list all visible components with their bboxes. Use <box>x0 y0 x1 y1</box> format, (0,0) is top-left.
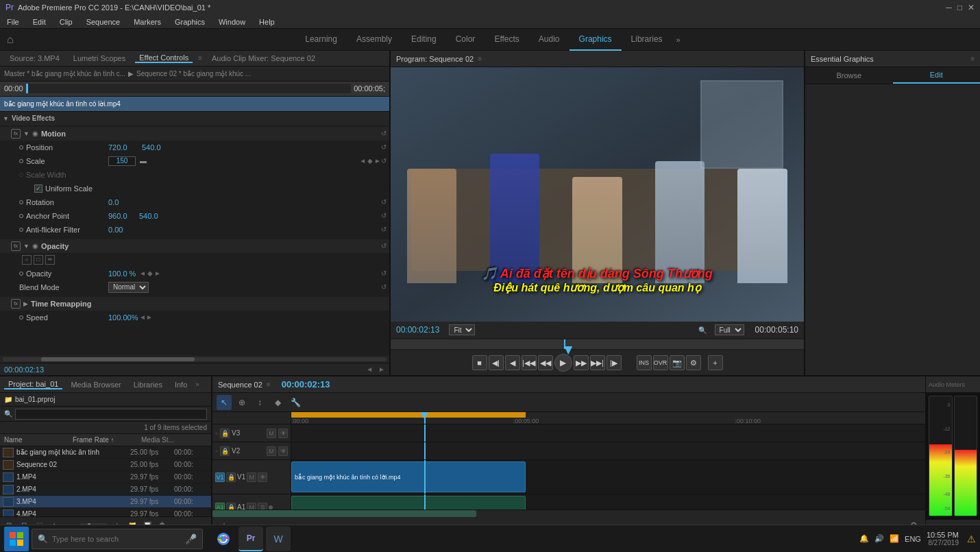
taskbar-search-input[interactable] <box>52 535 181 543</box>
pm-menu-icon[interactable]: ≡ <box>478 55 482 62</box>
tab-learning[interactable]: Learning <box>295 29 347 51</box>
opacity-reset[interactable]: ↺ <box>381 269 387 277</box>
anti-flicker-reset[interactable]: ↺ <box>381 226 387 233</box>
eg-browse-tab[interactable]: Browse <box>805 67 893 84</box>
anchor-y[interactable]: 540.0 <box>139 212 170 220</box>
track-v2-lock[interactable]: 🔒 <box>220 446 230 456</box>
list-item[interactable]: Sequence 02 25.00 fps 00:00: <box>0 459 211 471</box>
pp-search-input[interactable] <box>15 409 207 420</box>
tab-audio[interactable]: Audio <box>529 29 569 51</box>
ec-panel-menu-icon[interactable]: ≡ <box>198 54 202 62</box>
tab-graphics[interactable]: Graphics <box>569 29 622 51</box>
pm-frame-back-btn[interactable]: ◀◀ <box>538 355 553 370</box>
pm-go-start-btn[interactable]: |◀◀ <box>522 355 537 370</box>
anchor-keyframe-icon[interactable] <box>19 214 23 218</box>
pm-step-back-btn[interactable]: ◀ <box>505 355 520 370</box>
pm-current-timecode[interactable]: 00:00:02:13 <box>396 325 439 335</box>
opacity-kf-add[interactable]: ◆ <box>147 269 153 277</box>
speed-kf-prev[interactable]: ◄ <box>139 313 146 321</box>
position-x[interactable]: 720.0 <box>108 143 139 152</box>
maximize-button[interactable]: □ <box>957 3 962 12</box>
pm-play-btn[interactable]: ▶ <box>554 354 572 372</box>
pp-col-name[interactable]: Name <box>4 436 70 444</box>
opacity-collapse[interactable]: ▼ <box>23 243 29 250</box>
track-a1-read[interactable] <box>269 505 273 509</box>
scale-keyframe-next[interactable]: ► <box>374 157 381 165</box>
pm-settings-btn[interactable]: ⚙ <box>686 355 701 370</box>
track-v3-area[interactable] <box>291 424 925 442</box>
opacity-percent[interactable]: 100.0 % <box>108 269 139 278</box>
list-item[interactable]: 4.MP4 29.97 fps 00:00: <box>0 508 211 516</box>
pm-export-frame-btn[interactable]: 📷 <box>670 355 685 370</box>
track-v1-lock2[interactable]: 🔒 <box>226 472 236 482</box>
pm-go-in-btn[interactable]: ◀| <box>489 355 504 370</box>
ec-timeline-bar[interactable] <box>26 84 352 93</box>
blend-mode-select[interactable]: Normal <box>108 282 149 293</box>
motion-collapse[interactable]: ▼ <box>23 130 29 137</box>
pm-add-btn[interactable]: + <box>708 355 723 370</box>
opacity-keyframe-icon[interactable] <box>19 272 23 276</box>
list-item[interactable]: 2.MP4 29.97 fps 00:00: <box>0 483 211 496</box>
more-tabs-icon[interactable]: » <box>672 36 685 44</box>
track-a1-lock[interactable]: 🔒 <box>226 503 236 510</box>
anchor-x[interactable]: 960.0 <box>108 212 139 220</box>
pm-insert-btn[interactable]: INS <box>637 355 652 370</box>
taskbar-language[interactable]: ENG <box>905 535 921 543</box>
lumetri-scopes-tab[interactable]: Lumetri Scopes <box>69 54 130 62</box>
pp-media-browser-tab[interactable]: Media Browser <box>66 381 125 389</box>
track-v1-area[interactable]: bắc giang một khúc ân tính có lời.mp4 <box>291 460 925 494</box>
audio-clip-mixer-tab[interactable]: Audio Clip Mixer: Sequence 02 <box>208 54 319 62</box>
motion-eye-icon[interactable]: ◉ <box>32 130 38 137</box>
tab-effects[interactable]: Effects <box>485 29 528 51</box>
pm-stop-btn[interactable]: ■ <box>472 355 487 370</box>
opacity-header[interactable]: fx ▼ ◉ Opacity ↺ <box>0 239 389 253</box>
track-v3-eye[interactable]: 👁 <box>278 429 288 438</box>
opacity-eye-icon[interactable]: ◉ <box>32 242 38 250</box>
ec-scroll-right[interactable]: ► <box>378 365 385 373</box>
ec-scroll-track[interactable] <box>3 357 387 361</box>
opacity-circle-icon[interactable]: ○ <box>22 255 32 265</box>
track-v2-mute[interactable]: M <box>267 446 276 456</box>
home-icon[interactable]: ⌂ <box>7 34 14 46</box>
motion-reset[interactable]: ↺ <box>381 130 387 137</box>
fx-motion-icon[interactable]: fx <box>11 129 21 139</box>
track-a1-solo[interactable]: S <box>258 503 267 510</box>
pm-frame-fwd-btn[interactable]: ▶▶ <box>574 355 589 370</box>
time-remapping-header[interactable]: fx ▶ Time Remapping <box>0 297 389 311</box>
anchor-reset[interactable]: ↺ <box>381 212 387 219</box>
pm-go-end-btn[interactable]: ▶▶| <box>590 355 605 370</box>
pp-folder-icon[interactable]: 📁 <box>4 396 12 403</box>
seq-tool-wrench[interactable]: 🔧 <box>288 395 303 410</box>
menu-window[interactable]: Window <box>216 18 248 26</box>
menu-markers[interactable]: Markers <box>131 18 164 26</box>
ec-scroll-thumb[interactable] <box>41 357 195 361</box>
ec-master-label[interactable]: Master * bắc giang một khúc ân tình c... <box>4 70 125 77</box>
track-v3-lock[interactable]: 🔒 <box>220 429 230 438</box>
pp-project-tab[interactable]: Project: bai_01 <box>4 380 62 389</box>
menu-graphics[interactable]: Graphics <box>172 18 208 26</box>
seq-scrollbar[interactable] <box>212 509 925 516</box>
seq-tool-marker[interactable]: ◆ <box>270 395 285 410</box>
scale-keyframe-add[interactable]: ◆ <box>367 157 373 165</box>
menu-help[interactable]: Help <box>256 18 278 26</box>
source-tab[interactable]: Source: 3.MP4 <box>5 54 64 62</box>
minimize-button[interactable]: ─ <box>946 3 952 12</box>
taskbar-notification-icon[interactable]: 🔔 <box>859 534 869 543</box>
taskbar-warning-icon[interactable]: ⚠ <box>967 533 976 544</box>
scale-keyframe-icon[interactable] <box>19 159 23 163</box>
tab-assembly[interactable]: Assembly <box>347 29 402 51</box>
anti-flicker-keyframe-icon[interactable] <box>19 228 23 232</box>
eg-menu-icon[interactable]: ≡ <box>970 55 975 62</box>
scale-reset[interactable]: ↺ <box>381 157 387 165</box>
track-v2-expand[interactable] <box>215 450 218 453</box>
position-y[interactable]: 540.0 <box>142 143 173 152</box>
taskbar-word[interactable]: W <box>266 527 291 551</box>
speed-kf-next[interactable]: ► <box>146 313 153 321</box>
ec-scroll-left[interactable]: ◄ <box>366 365 373 373</box>
ec-sequence-label[interactable]: Sequence 02 * bắc giang một khúc ... <box>136 70 251 77</box>
opacity-pen-icon[interactable]: ✏ <box>45 255 55 265</box>
speed-value[interactable]: 100.00% <box>108 313 139 322</box>
track-v1-clip[interactable]: bắc giang một khúc ân tính có lời.mp4 <box>291 461 526 492</box>
pm-go-out-btn[interactable]: |▶ <box>607 355 622 370</box>
ve-collapse[interactable]: ▼ <box>3 115 9 122</box>
